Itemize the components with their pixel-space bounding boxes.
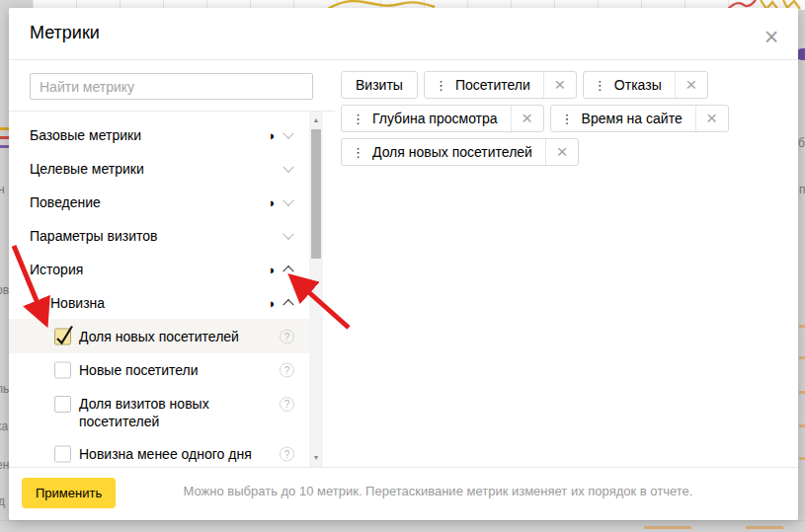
scroll-up-icon[interactable]: ▲ xyxy=(309,116,323,124)
checkbox-checked[interactable] xyxy=(54,328,71,344)
category-label: Параметры визитов xyxy=(30,228,158,244)
checkbox-unchecked[interactable] xyxy=(54,362,71,379)
chevron-down-icon[interactable] xyxy=(282,128,293,139)
drag-handle-icon[interactable]: ⋮ xyxy=(584,79,611,92)
help-icon[interactable]: ? xyxy=(280,447,294,462)
footer-hint: Можно выбрать до 10 метрик. Перетаскиван… xyxy=(113,484,764,498)
background-table-dash xyxy=(799,325,805,328)
scroll-down-icon[interactable]: ▼ xyxy=(309,454,323,462)
checkbox-unchecked[interactable] xyxy=(54,396,71,413)
chip-label: Время на сайте xyxy=(579,111,695,126)
background-table-dash xyxy=(644,526,691,529)
scrollbar[interactable]: ▲ ▼ xyxy=(309,112,323,467)
close-icon[interactable]: × xyxy=(543,72,576,98)
background-table-dash xyxy=(799,356,805,359)
metric-label: Новые посетители xyxy=(79,361,199,379)
chip-label: Посетители xyxy=(452,77,543,93)
close-icon[interactable]: × xyxy=(511,106,543,131)
help-icon[interactable]: ? xyxy=(280,397,294,412)
metric-chip-bounces[interactable]: ⋮ Отказы × xyxy=(583,71,708,99)
background-stripe-red xyxy=(0,136,9,139)
category-row-history[interactable]: История ◑ xyxy=(9,253,309,286)
help-icon[interactable]: ? xyxy=(280,363,294,378)
drag-handle-icon[interactable]: ⋮ xyxy=(342,146,369,159)
category-label: Новизна xyxy=(50,295,105,311)
chip-label: Отказы xyxy=(611,77,675,93)
chip-label: Доля новых посетителей xyxy=(369,144,545,160)
half-selected-icon: ◑ xyxy=(267,264,275,276)
metric-row-new-visitors[interactable]: Новые посетители ? xyxy=(9,353,309,387)
chevron-down-icon[interactable] xyxy=(282,195,293,206)
metric-chip-page-depth[interactable]: ⋮ Глубина просмотра × xyxy=(341,105,544,132)
metric-chip-new-visitors-share[interactable]: ⋮ Доля новых посетителей × xyxy=(341,138,579,166)
category-row-behavior[interactable]: Поведение ◑ xyxy=(9,186,309,219)
half-selected-icon: ◑ xyxy=(267,196,275,209)
metric-chip-time-on-site[interactable]: ⋮ Время на сайте × xyxy=(550,105,729,132)
drag-handle-icon[interactable]: ⋮ xyxy=(551,113,579,125)
background-table-dash xyxy=(799,424,805,427)
metric-label: Доля новых посетителей xyxy=(79,328,239,345)
scrollbar-thumb[interactable] xyxy=(311,129,321,259)
background-text-fragment: д xyxy=(0,495,5,507)
apply-button[interactable]: Применить xyxy=(22,478,116,508)
checkmark-icon xyxy=(55,329,73,346)
drag-handle-icon[interactable]: ⋮ xyxy=(425,79,452,92)
close-icon[interactable]: × xyxy=(545,139,578,165)
background-table-dash xyxy=(799,391,805,394)
chevron-down-icon[interactable] xyxy=(282,162,293,173)
background-text-fragment: ен xyxy=(0,459,9,471)
background-text-fragment: б xyxy=(798,137,805,149)
background-text-fragment: ка xyxy=(0,420,8,432)
background-table-dash xyxy=(746,526,783,529)
footer-divider xyxy=(9,467,798,468)
background-bottom-strip xyxy=(0,520,805,532)
half-selected-icon: ◑ xyxy=(267,129,275,142)
chevron-up-icon[interactable] xyxy=(282,266,293,276)
category-label: Целевые метрики xyxy=(30,161,144,177)
metric-row-new-visitor-visits-share[interactable]: Доля визитов новых посетителей ? xyxy=(9,387,309,437)
metric-row-new-visitors-share[interactable]: Доля новых посетителей ? xyxy=(9,319,309,353)
checkbox-unchecked[interactable] xyxy=(54,446,71,463)
close-icon[interactable]: × xyxy=(695,106,728,131)
close-icon[interactable]: × xyxy=(675,72,707,98)
metrics-tree: Базовые метрики ◑ Целевые метрики Поведе… xyxy=(9,112,309,467)
background-stripe-yellow xyxy=(0,127,9,130)
metric-label: Новизна менее одного дня xyxy=(79,445,252,463)
metrics-dialog: Метрики × Базовые метрики ◑ Целевые метр… xyxy=(9,8,798,520)
background-text-fragment: ль xyxy=(0,383,9,395)
help-icon[interactable]: ? xyxy=(280,329,294,343)
search-box xyxy=(30,73,313,100)
background-text-fragment: н xyxy=(0,184,5,195)
category-row-novelty[interactable]: Новизна ◑ xyxy=(9,286,309,320)
category-label: Поведение xyxy=(30,194,101,210)
background-text-fragment: п xyxy=(799,184,805,195)
close-icon[interactable]: × xyxy=(759,24,784,49)
metric-chip-visitors[interactable]: ⋮ Посетители × xyxy=(424,71,577,99)
category-label: Базовые метрики xyxy=(30,127,141,143)
category-label: История xyxy=(30,262,83,277)
drag-handle-icon[interactable]: ⋮ xyxy=(342,113,369,125)
background-table-dash xyxy=(799,457,805,460)
metric-chip-visits[interactable]: Визиты xyxy=(341,71,418,99)
chip-label: Глубина просмотра xyxy=(369,111,511,126)
metric-row-novelty-under-one-day[interactable]: Новизна менее одного дня ? xyxy=(9,437,309,467)
chevron-down-icon[interactable] xyxy=(282,229,293,240)
search-input[interactable] xyxy=(30,73,313,100)
chevron-up-icon[interactable] xyxy=(282,299,293,310)
category-row-basic-metrics[interactable]: Базовые метрики ◑ xyxy=(9,118,309,152)
dialog-title: Метрики xyxy=(30,23,100,43)
selected-metrics-area: Визиты ⋮ Посетители × ⋮ Отказы × ⋮ Глуби… xyxy=(341,71,795,166)
header-divider xyxy=(9,59,798,60)
metric-label: Доля визитов новых посетителей xyxy=(79,395,257,430)
half-selected-icon: ◑ xyxy=(267,297,275,310)
chip-label: Визиты xyxy=(342,77,417,93)
category-row-visit-params[interactable]: Параметры визитов xyxy=(9,219,309,253)
background-text-fragment: ов xyxy=(0,284,9,296)
category-row-goal-metrics[interactable]: Целевые метрики xyxy=(9,152,309,186)
background-stripe-purple xyxy=(0,145,9,148)
